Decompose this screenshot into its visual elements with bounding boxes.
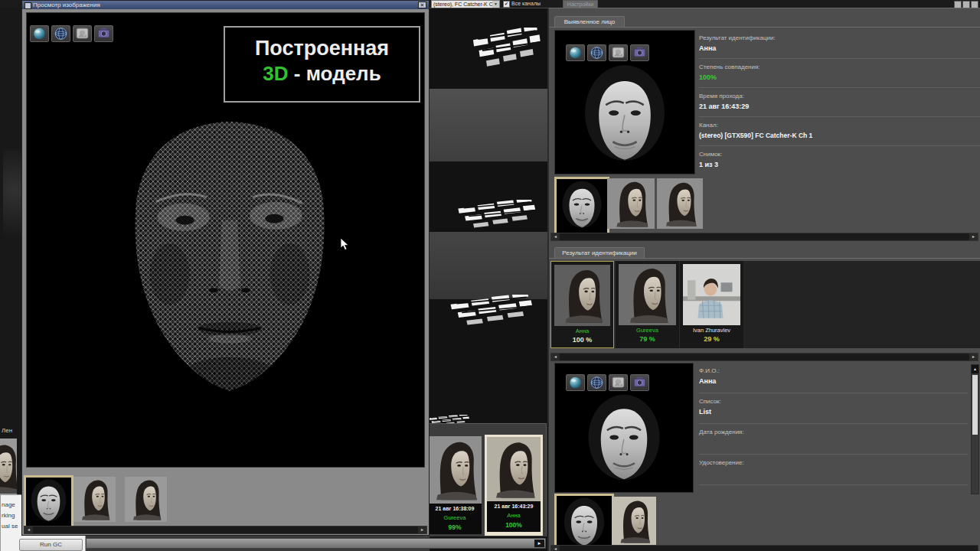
detail-row: Канал: (stereo) [GTX590] FC Catcher-K Ch… bbox=[699, 117, 980, 146]
settings-button[interactable]: Настройки bbox=[563, 0, 598, 8]
tab-detected-face[interactable]: Выявленное лицо bbox=[554, 16, 625, 27]
candidate-card-selected[interactable]: Анна 100 % bbox=[550, 261, 614, 348]
detail-value: List bbox=[699, 406, 968, 417]
window-titlebar[interactable]: Просмотр изображения bbox=[22, 1, 429, 9]
tab-identification-result[interactable]: Результат идентификации bbox=[554, 247, 645, 258]
detail-value: Анна bbox=[699, 43, 980, 54]
snapshot-thumbnail[interactable] bbox=[607, 178, 655, 229]
background-thumbnail-fragment bbox=[0, 439, 17, 498]
background-photo-fragment bbox=[3, 149, 21, 253]
candidate-card[interactable]: Ivan Zhuravlev 29 % bbox=[680, 261, 743, 348]
wireframe-globe-icon[interactable] bbox=[587, 44, 606, 61]
feed-panel-label: Лен bbox=[2, 427, 12, 434]
scroll-left-icon[interactable]: ◄ bbox=[24, 527, 33, 533]
person-thumbs-scrollbar[interactable]: ◄ bbox=[550, 545, 978, 551]
window-icon bbox=[24, 2, 31, 9]
history-name: Анна bbox=[487, 511, 541, 520]
camera-icon[interactable] bbox=[630, 374, 649, 391]
detail-value: (stereo) [GTX590] FC Catcher-K Ch 1 bbox=[699, 130, 980, 141]
scrollbar-thumb[interactable] bbox=[972, 375, 978, 435]
viewer-scrollbar[interactable]: ◄ ► bbox=[24, 526, 427, 534]
run-gc-button[interactable]: Run GC bbox=[19, 539, 83, 551]
detail-label: Степень совпадения: bbox=[699, 62, 980, 72]
history-item-selected[interactable]: 21 авг 16:43:29 Анна 100% bbox=[485, 435, 543, 536]
history-time: 21 авг 16:38:09 bbox=[428, 504, 482, 514]
wall-band bbox=[430, 232, 547, 299]
scroll-right-icon[interactable]: ► bbox=[969, 354, 978, 360]
divider bbox=[549, 258, 980, 259]
snapshots-scrollbar[interactable]: ◄ ► bbox=[550, 233, 978, 241]
viewer-thumbnail[interactable] bbox=[125, 477, 167, 522]
model-caption-rest: - модель bbox=[294, 62, 381, 85]
history-photo bbox=[428, 436, 482, 504]
channel-select-value: (stereo), FC Catcher-K Ch bbox=[433, 2, 496, 7]
detected-details: Результат идентификации: Анна Степень со… bbox=[699, 30, 980, 175]
candidate-card[interactable]: Gureeva 79 % bbox=[616, 261, 679, 348]
person-thumbnail[interactable] bbox=[612, 497, 656, 546]
model-caption-line2: 3D - модель bbox=[225, 61, 419, 86]
scroll-left-icon[interactable]: ◄ bbox=[551, 233, 560, 240]
detail-label: Ф.И.О.: bbox=[699, 366, 968, 376]
snapshot-thumbnail[interactable] bbox=[657, 178, 703, 229]
scroll-right-icon[interactable]: ► bbox=[969, 233, 978, 240]
detail-label: Дата рождения: bbox=[699, 427, 968, 437]
snapshot-thumbnail-selected[interactable] bbox=[554, 177, 609, 235]
minimize-button[interactable] bbox=[954, 1, 962, 8]
history-score: 100% bbox=[487, 520, 541, 530]
image-viewer-window: Просмотр изображения ✕ Построенная 3D - … bbox=[21, 0, 430, 536]
candidate-photo bbox=[619, 264, 676, 325]
detail-row: Список: List bbox=[699, 393, 968, 424]
scroll-right-icon[interactable]: ► bbox=[418, 527, 426, 533]
detail-row: Степень совпадения: 100% bbox=[699, 59, 980, 88]
person-face-image[interactable] bbox=[554, 363, 694, 493]
close-app-button[interactable] bbox=[971, 1, 978, 8]
globe-icon[interactable] bbox=[30, 25, 49, 42]
all-channels-checkbox[interactable]: ✔ bbox=[503, 1, 510, 8]
face-photo bbox=[428, 436, 482, 504]
viewer-thumbnail-selected[interactable] bbox=[24, 475, 74, 528]
channel-select[interactable]: (stereo), FC Catcher-K Ch ▼ bbox=[431, 0, 500, 8]
recognition-panel: Выявленное лицо Результат идентификации:… bbox=[547, 8, 980, 551]
candidates-empty-area bbox=[743, 261, 980, 348]
face-photo bbox=[567, 61, 682, 171]
photo-icon[interactable] bbox=[73, 25, 92, 42]
face-photo bbox=[0, 440, 17, 497]
maximize-button[interactable] bbox=[962, 1, 970, 8]
photo-icon[interactable] bbox=[609, 44, 628, 61]
detected-face-image[interactable] bbox=[554, 30, 695, 174]
wireframe-globe-icon[interactable] bbox=[51, 25, 70, 42]
globe-icon[interactable] bbox=[566, 44, 585, 61]
bottom-scrollbar[interactable]: ► bbox=[86, 538, 546, 549]
close-icon[interactable]: ✕ bbox=[418, 2, 426, 8]
scroll-left-icon[interactable]: ◄ bbox=[551, 354, 560, 360]
history-item[interactable]: 21 авг 16:38:09 Gureeva 99% bbox=[428, 436, 482, 534]
scroll-left-icon[interactable]: ◄ bbox=[551, 546, 560, 551]
candidate-photo bbox=[683, 264, 740, 325]
wireframe-globe-icon[interactable] bbox=[587, 374, 606, 391]
photo-icon[interactable] bbox=[609, 374, 628, 391]
detail-row: Снимок: 1 из 3 bbox=[699, 146, 980, 175]
camera-icon[interactable] bbox=[94, 25, 113, 42]
person-details-scrollbar[interactable]: ▲ bbox=[971, 364, 979, 494]
detail-label: Канал: bbox=[699, 120, 980, 130]
candidates-scrollbar[interactable]: ◄ ► bbox=[550, 353, 978, 361]
globe-icon[interactable] bbox=[566, 374, 585, 391]
left-background-strip: Лен bbox=[0, 8, 21, 551]
model-caption-box: Построенная 3D - модель bbox=[224, 26, 420, 103]
face-photo bbox=[657, 178, 703, 229]
all-channels-label: Все каналы bbox=[511, 0, 541, 8]
debug-line: rking bbox=[2, 512, 15, 519]
image-canvas[interactable]: Построенная 3D - модель bbox=[26, 12, 425, 468]
camera-icon[interactable] bbox=[630, 44, 649, 61]
detail-value: 21 авг 16:43:29 bbox=[699, 101, 980, 112]
image-toolbar bbox=[30, 25, 113, 42]
detail-row: Удостоверение: bbox=[699, 455, 968, 485]
scroll-up-icon[interactable]: ▲ bbox=[972, 365, 978, 373]
viewer-thumbnail[interactable] bbox=[74, 477, 116, 522]
chevron-down-icon: ▼ bbox=[492, 1, 499, 8]
candidate-name: Ivan Zhuravlev bbox=[680, 326, 743, 334]
detail-row: Результат идентификации: Анна bbox=[699, 30, 980, 59]
wall-band bbox=[430, 89, 547, 161]
scroll-right-icon[interactable]: ► bbox=[534, 540, 544, 547]
person-thumbnail-selected[interactable] bbox=[554, 494, 614, 551]
